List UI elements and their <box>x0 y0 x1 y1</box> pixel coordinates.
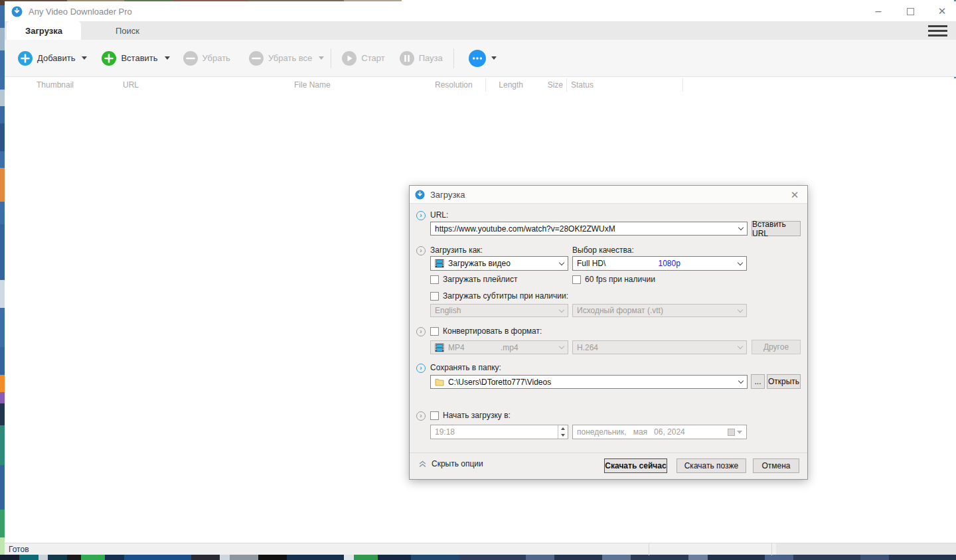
convert-checkbox[interactable] <box>430 327 439 336</box>
url-label: URL: <box>430 210 448 220</box>
convert-format-combobox[interactable]: MP4 .mp4 <box>430 340 568 354</box>
add-plus-icon <box>18 51 33 66</box>
remove-all-button[interactable]: Убрать все <box>245 46 316 70</box>
dialog-title: Загрузка <box>430 190 465 200</box>
convert-other-button[interactable]: Другое <box>752 340 801 354</box>
start-play-icon <box>342 51 357 66</box>
column-url[interactable]: URL <box>123 78 294 92</box>
hide-options-label: Скрыть опции <box>432 459 483 468</box>
pause-button[interactable]: Пауза <box>396 46 447 70</box>
tab-search[interactable]: Поиск <box>81 21 174 40</box>
status-bar-right-pane <box>776 543 956 555</box>
maximize-icon <box>907 8 914 15</box>
more-actions-button[interactable] <box>469 50 497 67</box>
download-list-header: Thumbnail URL File Name Resolution Lengt… <box>5 78 956 92</box>
hide-options-link[interactable]: Скрыть опции <box>418 459 483 468</box>
add-dropdown-caret[interactable] <box>82 56 87 60</box>
subtitle-language-combobox[interactable]: English <box>430 304 568 317</box>
add-label: Добавить <box>37 53 75 63</box>
calendar-dropdown[interactable] <box>728 429 742 436</box>
window-title: Any Video Downloader Pro <box>29 7 132 17</box>
chevron-down-icon[interactable] <box>738 378 744 384</box>
cancel-button[interactable]: Отмена <box>753 458 799 473</box>
column-resolution[interactable]: Resolution <box>435 78 486 92</box>
calendar-caret-icon <box>737 431 742 434</box>
subtitle-language-value: English <box>435 306 461 315</box>
column-length[interactable]: Length <box>486 78 531 92</box>
browse-folder-button[interactable]: ... <box>751 374 765 389</box>
download-later-button[interactable]: Скачать позже <box>677 458 746 473</box>
subtitles-checkbox[interactable] <box>430 292 439 301</box>
playlist-checkbox-label: Загружать плейлист <box>443 275 518 284</box>
chevron-down-icon[interactable] <box>559 259 564 265</box>
start-label: Старт <box>361 53 384 63</box>
add-button[interactable]: Добавить <box>14 46 79 70</box>
column-thumbnail[interactable]: Thumbnail <box>5 78 123 92</box>
toolbar-separator <box>331 48 331 68</box>
paste-dropdown-caret[interactable] <box>165 56 170 60</box>
open-folder-button[interactable]: Открыть <box>767 374 801 389</box>
paste-button[interactable]: Вставить <box>98 46 161 70</box>
fps-checkbox[interactable] <box>572 275 581 284</box>
save-folder-value: C:\Users\DToretto777\Videos <box>448 378 551 387</box>
remove-button[interactable]: Убрать <box>179 46 234 70</box>
remove-all-label: Убрать все <box>268 53 312 63</box>
schedule-time-value: 19:18 <box>435 427 455 437</box>
more-dots-icon <box>469 50 486 67</box>
chevron-down-icon <box>738 307 743 312</box>
tab-download[interactable]: Загрузка <box>7 21 81 40</box>
dialog-close-icon[interactable]: ✕ <box>788 188 801 202</box>
paste-url-button[interactable]: Вставить URL <box>752 221 801 236</box>
download-as-combobox[interactable]: Загружать видео <box>430 256 568 271</box>
remove-all-dropdown-caret[interactable] <box>319 56 324 60</box>
time-spinner-buttons[interactable] <box>558 425 568 439</box>
chevron-down-icon[interactable] <box>738 225 744 230</box>
minimize-button[interactable]: – <box>871 4 886 19</box>
column-size[interactable]: Size <box>531 78 567 92</box>
column-status[interactable]: Status <box>567 78 683 92</box>
subtitles-checkbox-label: Загружать субтитры при наличии: <box>443 291 568 301</box>
spin-down-icon[interactable] <box>558 432 568 439</box>
dialog-footer-separator <box>410 453 807 453</box>
status-bar-divider <box>649 543 649 555</box>
schedule-date-picker[interactable]: понедельник, мая 06, 2024 <box>572 425 747 439</box>
playlist-checkbox[interactable] <box>430 275 439 284</box>
status-bar-divider <box>771 543 772 555</box>
url-value: https://www.youtube.com/watch?v=28OKf2ZW… <box>435 224 615 234</box>
section-chevron-icon: › <box>416 327 426 336</box>
download-now-button[interactable]: Скачать сейчас <box>604 458 667 473</box>
download-as-value: Загружать видео <box>448 259 511 268</box>
convert-format-value: MP4 <box>448 343 465 352</box>
quality-combobox[interactable]: Full HD\ 1080p <box>572 256 747 271</box>
paste-plus-icon <box>102 51 116 66</box>
schedule-checkbox[interactable] <box>430 411 439 420</box>
subtitle-format-combobox[interactable]: Исходный формат (.vtt) <box>572 304 747 317</box>
close-button[interactable]: ✕ <box>935 4 949 19</box>
remove-minus-icon <box>183 51 198 66</box>
section-chevron-icon: › <box>416 364 426 373</box>
start-button[interactable]: Старт <box>338 46 388 70</box>
menu-hamburger-icon[interactable] <box>928 25 947 36</box>
dialog-download-icon <box>415 190 425 200</box>
app-download-icon <box>11 6 23 17</box>
spin-up-icon[interactable] <box>558 425 568 432</box>
chevron-down-icon <box>559 307 564 312</box>
tab-bar: Загрузка Поиск <box>5 21 956 40</box>
schedule-date-value: понедельник, мая 06, 2024 <box>577 427 685 437</box>
convert-checkbox-row: Конвертировать в формат: <box>430 326 542 336</box>
film-strip-icon <box>435 259 444 268</box>
desktop-background-left <box>0 0 5 560</box>
schedule-checkbox-label: Начать загрузку в: <box>443 411 511 420</box>
column-file-name[interactable]: File Name <box>294 78 435 92</box>
download-as-label: Загрузить как: <box>430 245 483 255</box>
more-dropdown-caret <box>491 56 497 60</box>
double-chevron-up-icon <box>418 460 427 468</box>
convert-codec-combobox[interactable]: H.264 <box>572 340 747 354</box>
folder-icon <box>435 378 444 387</box>
chevron-down-icon[interactable] <box>738 259 743 265</box>
save-folder-combobox[interactable]: C:\Users\DToretto777\Videos <box>430 375 748 389</box>
schedule-time-spinner[interactable]: 19:18 <box>430 425 568 439</box>
desktop-background-bottom <box>0 555 956 560</box>
maximize-button[interactable] <box>903 4 917 19</box>
url-combobox[interactable]: https://www.youtube.com/watch?v=28OKf2ZW… <box>430 222 748 236</box>
